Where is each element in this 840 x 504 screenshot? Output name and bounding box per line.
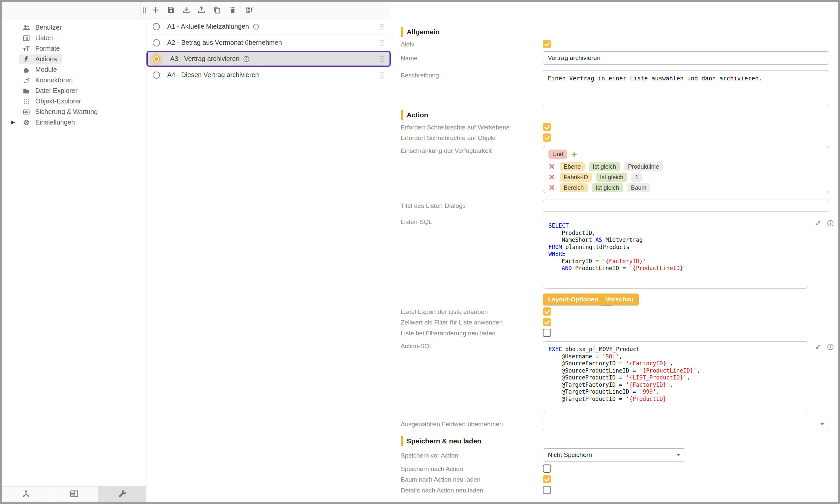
remove-condition-icon[interactable]: ✕ — [548, 173, 556, 182]
write-level-checkbox[interactable] — [543, 123, 551, 131]
remove-condition-icon[interactable]: ✕ — [548, 162, 556, 171]
sidebar-item-konnektoren[interactable]: Konnektoren — [19, 75, 77, 85]
radio-button[interactable] — [153, 23, 160, 30]
name-input[interactable] — [543, 51, 829, 65]
puzzle-icon — [22, 66, 30, 74]
sidebar-item-label: Module — [35, 66, 57, 73]
condition-value-chip[interactable]: 1 — [631, 173, 642, 182]
chevron-right-icon[interactable]: ▶ — [11, 119, 15, 125]
add-button[interactable] — [151, 5, 160, 15]
availability-label: Einschränkung der Verfügbarkeit — [401, 147, 492, 155]
write-level-label: Erfordert Schreibrechte auf Werkebene — [401, 124, 510, 131]
sidebar-item-objekt-explorer[interactable]: Objekt-Explorer — [19, 96, 86, 106]
info-icon[interactable] — [826, 343, 835, 351]
sidebar-item-datei-explorer[interactable]: Datei-Explorer — [19, 86, 82, 96]
condition-operator-chip[interactable]: Ist gleich — [596, 173, 627, 182]
sidebar-item-actions[interactable]: Actions — [19, 54, 62, 64]
radio-button-checked[interactable] — [153, 55, 160, 62]
drag-handle-icon[interactable] — [380, 39, 384, 47]
info-icon[interactable] — [243, 55, 250, 62]
radio-button[interactable] — [153, 39, 160, 47]
beschreibung-label: Beschreibung — [401, 72, 439, 79]
reload-filter-label: Liste bei Filteränderung neu laden — [401, 330, 495, 337]
name-label: Name — [401, 55, 417, 62]
radio-button[interactable] — [153, 71, 160, 79]
drag-handle-icon[interactable] — [380, 23, 384, 30]
write-object-checkbox[interactable] — [543, 133, 551, 142]
condition-value-chip[interactable]: Produktlinie — [624, 162, 663, 171]
sidebar-item-label: Konnektoren — [35, 76, 72, 84]
operator-chip[interactable]: Und — [548, 149, 567, 159]
availability-condition-box: Und + ✕ Ebene Ist gleich Produktlinie ✕ … — [543, 146, 829, 193]
drag-handle-icon[interactable] — [380, 55, 384, 62]
drag-handle-icon[interactable] — [380, 71, 384, 79]
toolbar — [2, 2, 391, 18]
section-accent-bar — [401, 436, 403, 446]
tab-layout-view[interactable] — [50, 487, 98, 502]
list-action-icon[interactable] — [245, 5, 254, 15]
sidebar-item-label: Einstellungen — [35, 119, 75, 126]
listen-sql-editor[interactable]: SELECT ProductID, NameShort AS Mietvertr… — [543, 218, 808, 289]
sidebar-item-formate[interactable]: Formate — [19, 43, 64, 54]
condition-field-chip[interactable]: Fabrik-ID — [560, 173, 592, 182]
condition-row: ✕ Bereich Ist gleich Baum — [548, 183, 650, 192]
tab-tree-view[interactable] — [2, 487, 50, 502]
expand-icon[interactable] — [814, 343, 822, 351]
copy-button[interactable] — [213, 5, 222, 15]
write-object-label: Erfordert Schreibrechte auf Objekt — [401, 134, 496, 142]
panel-resize-handle-icon[interactable] — [140, 6, 149, 15]
upload-button[interactable] — [197, 5, 206, 15]
chevron-down-icon — [676, 454, 680, 456]
sidebar-item-sicherung[interactable]: Sicherung & Wartung — [19, 107, 102, 117]
condition-operator-row: Und + — [548, 149, 577, 159]
field-value-select[interactable] — [543, 418, 829, 430]
tab-settings-view[interactable] — [98, 487, 146, 502]
wrench-icon — [117, 489, 127, 500]
preview-button[interactable]: Vorschau — [600, 293, 639, 305]
section-allgemein: Allgemein — [401, 27, 440, 37]
remove-condition-icon[interactable]: ✕ — [548, 183, 556, 192]
reload-tree-checkbox[interactable] — [543, 475, 551, 483]
sidebar-item-label: Benutzer — [35, 24, 62, 31]
action-row-a3-selected[interactable]: A3 - Vertrag archivieren — [147, 51, 391, 67]
excel-export-checkbox[interactable] — [543, 307, 551, 316]
indent-guide — [553, 258, 553, 272]
condition-row: ✕ Fabrik-ID Ist gleich 1 — [548, 173, 642, 182]
sidebar-item-listen[interactable]: Listen — [19, 33, 57, 43]
sidebar-item-module[interactable]: Module — [19, 65, 62, 75]
action-row-a1[interactable]: A1 - Aktuelle Mietzahlungen — [147, 18, 391, 35]
action-row-label: A3 - Vertrag archivieren — [170, 55, 239, 62]
cell-filter-checkbox[interactable] — [543, 318, 551, 326]
save-before-label: Speichern vor Action — [401, 452, 458, 459]
dialog-title-input[interactable] — [543, 200, 829, 212]
info-icon[interactable] — [252, 23, 260, 30]
condition-field-chip[interactable]: Bereich — [560, 183, 588, 192]
save-after-checkbox[interactable] — [543, 465, 551, 473]
divider — [240, 2, 240, 18]
tree-icon — [21, 489, 31, 500]
info-icon[interactable] — [826, 219, 835, 227]
bolt-icon — [22, 55, 30, 63]
reload-filter-checkbox[interactable] — [543, 329, 551, 337]
sidebar-item-benutzer[interactable]: Benutzer — [19, 22, 66, 33]
delete-button[interactable] — [228, 5, 237, 15]
add-condition-icon[interactable]: + — [571, 149, 577, 159]
save-before-select[interactable]: Nicht Speichern — [543, 448, 685, 462]
condition-value-chip[interactable]: Baum — [627, 183, 650, 192]
beschreibung-textarea[interactable]: Einen Vertrag in einer Liste auswählen u… — [543, 71, 829, 106]
action-row-a2[interactable]: A2 - Betrag aus Vormonat übernehmen — [147, 35, 391, 51]
route-icon — [22, 76, 30, 84]
sidebar-item-einstellungen[interactable]: Einstellungen — [19, 117, 80, 127]
aktiv-checkbox[interactable] — [543, 40, 551, 48]
download-button[interactable] — [182, 5, 191, 15]
reload-details-checkbox[interactable] — [543, 486, 551, 494]
condition-operator-chip[interactable]: Ist gleich — [589, 162, 620, 171]
aktiv-label: Aktiv — [401, 41, 414, 48]
condition-operator-chip[interactable]: Ist gleich — [592, 183, 623, 192]
save-button[interactable] — [167, 5, 175, 15]
action-row-a4[interactable]: A4 - Diesen Vertrag archivieren — [147, 67, 391, 83]
action-sql-editor[interactable]: EXEC dbo.sx_pf_MOVE_Product @Username = … — [543, 341, 808, 412]
condition-field-chip[interactable]: Ebene — [560, 162, 585, 171]
list-icon — [22, 34, 30, 42]
expand-icon[interactable] — [814, 219, 822, 227]
